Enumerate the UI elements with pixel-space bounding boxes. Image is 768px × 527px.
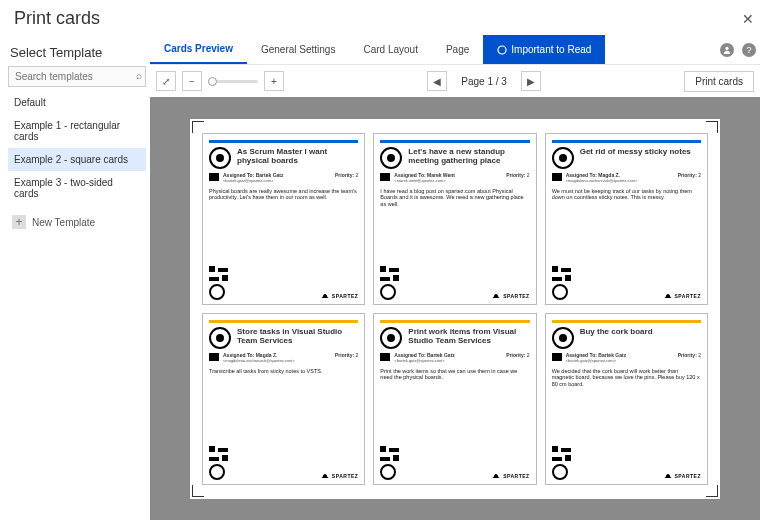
preview-card: Store tasks in Visual Studio Team Servic… (202, 313, 365, 485)
qr-ring-icon (380, 327, 402, 349)
assignee-icon (380, 173, 390, 181)
preview-card: Let's have a new standup meeting gatheri… (373, 133, 536, 305)
zoom-in-button[interactable]: + (264, 71, 284, 91)
qr-ring-icon (209, 147, 231, 169)
card-description: Print the work items so that we can use … (380, 368, 529, 382)
new-template-button[interactable]: + New Template (8, 209, 146, 235)
qr-ring-icon (552, 147, 574, 169)
sidebar-heading: Select Template (8, 39, 146, 66)
qr-ring-icon (552, 327, 574, 349)
qr-code-icon (380, 446, 399, 480)
brand-label: SPARTEZ (664, 292, 701, 300)
search-input[interactable] (8, 66, 146, 87)
brand-label: SPARTEZ (321, 472, 358, 480)
card-title: As Scrum Master I want physical boards (237, 147, 358, 169)
preview-card: Print work items from Visual Studio Team… (373, 313, 536, 485)
plus-icon: + (12, 215, 26, 229)
card-color-bar (552, 320, 701, 323)
crop-mark (192, 121, 204, 133)
card-description: Physical boards are really awesome and i… (209, 188, 358, 202)
crop-mark (706, 121, 718, 133)
template-item[interactable]: Example 3 - two-sided cards (8, 171, 146, 205)
template-item[interactable]: Example 1 - rectangular cards (8, 114, 146, 148)
svg-rect-2 (322, 297, 328, 298)
svg-point-1 (725, 46, 728, 49)
card-priority: Priority: 2 (678, 173, 701, 179)
assignee-icon (552, 173, 562, 181)
template-sidebar: Select Template ⌕ DefaultExample 1 - rec… (0, 35, 150, 526)
card-assignee: Assigned To: Bartek Gatz<bartek.gatz@spa… (223, 173, 331, 184)
card-description: I have read a blog post on spartez.com a… (380, 188, 529, 209)
card-priority: Priority: 2 (506, 353, 529, 359)
brand-label: SPARTEZ (664, 472, 701, 480)
card-priority: Priority: 2 (335, 353, 358, 359)
tab[interactable]: Page (432, 35, 483, 64)
card-description: Transcribe all tasks from sticky notes t… (209, 368, 358, 375)
svg-rect-3 (493, 297, 499, 298)
preview-card: Buy the cork boardAssigned To: Bartek Ga… (545, 313, 708, 485)
qr-code-icon (209, 266, 228, 300)
svg-rect-6 (493, 477, 499, 478)
qr-code-icon (552, 266, 571, 300)
crop-mark (192, 485, 204, 497)
qr-code-icon (209, 446, 228, 480)
card-color-bar (380, 320, 529, 323)
tab-bar: Cards PreviewGeneral SettingsCard Layout… (150, 35, 760, 65)
user-icon[interactable] (720, 43, 734, 57)
card-description: We decided that the cork board will work… (552, 368, 701, 389)
qr-code-icon (552, 446, 571, 480)
help-icon[interactable]: ? (742, 43, 756, 57)
print-page: As Scrum Master I want physical boardsAs… (190, 119, 720, 499)
card-description: We must not be keeping track of our task… (552, 188, 701, 202)
preview-card: Get rid of messy sticky notesAssigned To… (545, 133, 708, 305)
tab[interactable]: General Settings (247, 35, 350, 64)
svg-rect-7 (664, 477, 670, 478)
card-assignee: Assigned To: Marek Went<marek.went@spart… (394, 173, 502, 184)
card-title: Print work items from Visual Studio Team… (408, 327, 529, 349)
qr-code-icon (380, 266, 399, 300)
brand-label: SPARTEZ (492, 292, 529, 300)
zoom-slider[interactable] (208, 80, 258, 83)
dialog-title: Print cards (14, 8, 742, 29)
brand-label: SPARTEZ (492, 472, 529, 480)
card-priority: Priority: 2 (678, 353, 701, 359)
tab[interactable]: Cards Preview (150, 35, 247, 64)
svg-point-0 (498, 46, 506, 54)
card-color-bar (209, 320, 358, 323)
card-assignee: Assigned To: Bartek Gatz<bartek.gatz@spa… (566, 353, 674, 364)
preview-toolbar: ⤢ − + ◀ Page 1 / 3 ▶ Print cards (150, 65, 760, 97)
card-title: Store tasks in Visual Studio Team Servic… (237, 327, 358, 349)
assignee-icon (552, 353, 562, 361)
close-icon[interactable]: ✕ (742, 11, 754, 27)
card-priority: Priority: 2 (506, 173, 529, 179)
preview-card: As Scrum Master I want physical boardsAs… (202, 133, 365, 305)
search-icon[interactable]: ⌕ (136, 70, 142, 81)
card-assignee: Assigned To: Bartek Gatz<bartek.gatz@spa… (394, 353, 502, 364)
tab[interactable]: Important to Read (483, 35, 605, 64)
card-title: Buy the cork board (580, 327, 701, 349)
crop-mark (706, 485, 718, 497)
page-indicator: Page 1 / 3 (461, 76, 507, 87)
zoom-out-button[interactable]: − (182, 71, 202, 91)
template-item[interactable]: Example 2 - square cards (8, 148, 146, 171)
card-assignee: Assigned To: Magda Z.<magdalena.zacharcz… (223, 353, 331, 364)
template-item[interactable]: Default (8, 91, 146, 114)
fullscreen-button[interactable]: ⤢ (156, 71, 176, 91)
new-template-label: New Template (32, 217, 95, 228)
preview-area: As Scrum Master I want physical boardsAs… (150, 97, 760, 520)
assignee-icon (380, 353, 390, 361)
assignee-icon (209, 173, 219, 181)
svg-rect-4 (664, 297, 670, 298)
brand-label: SPARTEZ (321, 292, 358, 300)
card-assignee: Assigned To: Magda Z.<magdalena.zacharcz… (566, 173, 674, 184)
print-cards-button[interactable]: Print cards (684, 71, 754, 92)
card-color-bar (380, 140, 529, 143)
card-priority: Priority: 2 (335, 173, 358, 179)
card-title: Let's have a new standup meeting gatheri… (408, 147, 529, 169)
card-color-bar (552, 140, 701, 143)
svg-rect-5 (322, 477, 328, 478)
next-page-button[interactable]: ▶ (521, 71, 541, 91)
tab[interactable]: Card Layout (349, 35, 431, 64)
prev-page-button[interactable]: ◀ (427, 71, 447, 91)
qr-ring-icon (380, 147, 402, 169)
